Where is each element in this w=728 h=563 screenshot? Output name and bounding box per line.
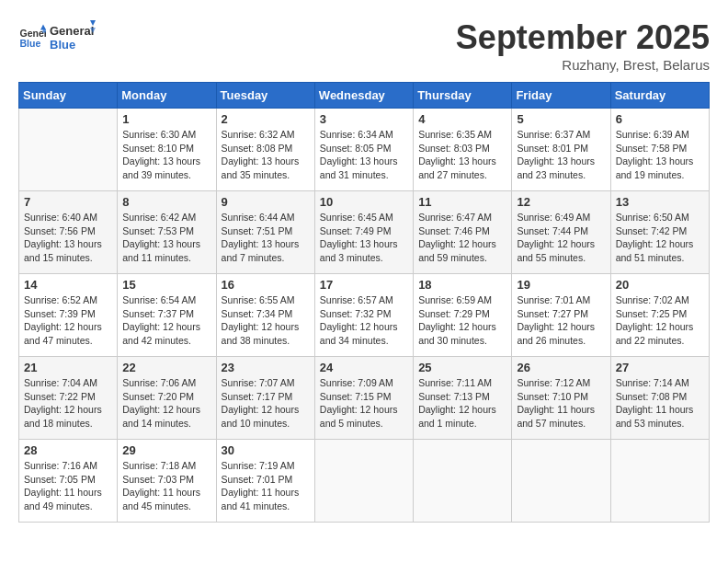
header-row: SundayMondayTuesdayWednesdayThursdayFrid… bbox=[19, 83, 710, 109]
logo: General Blue General Blue bbox=[18, 18, 96, 55]
header-day: Friday bbox=[512, 83, 610, 109]
calendar-cell: 25Sunrise: 7:11 AM Sunset: 7:13 PM Dayli… bbox=[414, 357, 512, 440]
day-info: Sunrise: 7:09 AM Sunset: 7:15 PM Dayligh… bbox=[320, 376, 408, 431]
day-info: Sunrise: 6:57 AM Sunset: 7:32 PM Dayligh… bbox=[320, 293, 408, 348]
calendar-cell: 6Sunrise: 6:39 AM Sunset: 7:58 PM Daylig… bbox=[610, 109, 709, 191]
day-number: 4 bbox=[418, 112, 506, 126]
day-number: 21 bbox=[24, 361, 112, 374]
svg-text:General: General bbox=[50, 24, 94, 38]
day-info: Sunrise: 6:52 AM Sunset: 7:39 PM Dayligh… bbox=[24, 293, 112, 348]
day-info: Sunrise: 6:50 AM Sunset: 7:42 PM Dayligh… bbox=[616, 211, 704, 265]
day-number: 15 bbox=[122, 278, 210, 292]
day-info: Sunrise: 6:39 AM Sunset: 7:58 PM Dayligh… bbox=[616, 128, 704, 182]
day-number: 14 bbox=[24, 278, 112, 292]
calendar-cell bbox=[414, 440, 512, 523]
header-day: Tuesday bbox=[216, 83, 314, 109]
day-info: Sunrise: 7:11 AM Sunset: 7:13 PM Dayligh… bbox=[418, 376, 506, 431]
title-block: September 2025 Ruzhany, Brest, Belarus bbox=[456, 18, 710, 73]
day-info: Sunrise: 6:32 AM Sunset: 8:08 PM Dayligh… bbox=[222, 128, 310, 182]
calendar-cell: 9Sunrise: 6:44 AM Sunset: 7:51 PM Daylig… bbox=[216, 191, 314, 274]
calendar-cell: 26Sunrise: 7:12 AM Sunset: 7:10 PM Dayli… bbox=[512, 357, 610, 440]
day-number: 19 bbox=[517, 278, 605, 292]
day-info: Sunrise: 6:44 AM Sunset: 7:51 PM Dayligh… bbox=[222, 211, 310, 265]
calendar-cell: 3Sunrise: 6:34 AM Sunset: 8:05 PM Daylig… bbox=[314, 109, 413, 191]
header-day: Wednesday bbox=[314, 83, 413, 109]
calendar-cell: 12Sunrise: 6:49 AM Sunset: 7:44 PM Dayli… bbox=[512, 191, 610, 274]
calendar-cell bbox=[314, 440, 413, 523]
calendar-cell bbox=[19, 109, 118, 191]
calendar-cell: 13Sunrise: 6:50 AM Sunset: 7:42 PM Dayli… bbox=[610, 191, 709, 274]
calendar-cell: 10Sunrise: 6:45 AM Sunset: 7:49 PM Dayli… bbox=[314, 191, 413, 274]
day-number: 17 bbox=[320, 278, 408, 292]
month-title: September 2025 bbox=[456, 18, 710, 57]
day-number: 12 bbox=[517, 195, 605, 209]
day-number: 20 bbox=[616, 278, 704, 292]
day-info: Sunrise: 7:06 AM Sunset: 7:20 PM Dayligh… bbox=[122, 376, 210, 431]
calendar-cell bbox=[610, 440, 709, 523]
calendar-cell bbox=[512, 440, 610, 523]
day-number: 5 bbox=[517, 112, 605, 126]
day-number: 11 bbox=[418, 195, 506, 209]
day-info: Sunrise: 7:14 AM Sunset: 7:08 PM Dayligh… bbox=[616, 376, 704, 431]
day-info: Sunrise: 7:12 AM Sunset: 7:10 PM Dayligh… bbox=[517, 376, 605, 431]
day-number: 16 bbox=[222, 278, 310, 292]
day-info: Sunrise: 6:34 AM Sunset: 8:05 PM Dayligh… bbox=[320, 128, 408, 182]
calendar-table: SundayMondayTuesdayWednesdayThursdayFrid… bbox=[18, 82, 710, 523]
calendar-cell: 1Sunrise: 6:30 AM Sunset: 8:10 PM Daylig… bbox=[118, 109, 216, 191]
day-number: 6 bbox=[616, 112, 704, 126]
calendar-cell: 17Sunrise: 6:57 AM Sunset: 7:32 PM Dayli… bbox=[314, 274, 413, 357]
day-info: Sunrise: 7:01 AM Sunset: 7:27 PM Dayligh… bbox=[517, 293, 605, 348]
day-number: 10 bbox=[320, 195, 408, 209]
day-number: 8 bbox=[122, 195, 210, 209]
day-info: Sunrise: 7:16 AM Sunset: 7:05 PM Dayligh… bbox=[24, 459, 112, 513]
day-number: 1 bbox=[122, 112, 210, 126]
day-number: 29 bbox=[122, 443, 210, 457]
header-day: Sunday bbox=[19, 83, 118, 109]
day-info: Sunrise: 6:37 AM Sunset: 8:01 PM Dayligh… bbox=[517, 128, 605, 182]
location: Ruzhany, Brest, Belarus bbox=[456, 57, 710, 73]
calendar-week-row: 28Sunrise: 7:16 AM Sunset: 7:05 PM Dayli… bbox=[19, 440, 710, 523]
day-number: 25 bbox=[418, 361, 506, 374]
day-number: 18 bbox=[418, 278, 506, 292]
calendar-cell: 28Sunrise: 7:16 AM Sunset: 7:05 PM Dayli… bbox=[19, 440, 118, 523]
calendar-cell: 4Sunrise: 6:35 AM Sunset: 8:03 PM Daylig… bbox=[414, 109, 512, 191]
day-info: Sunrise: 6:40 AM Sunset: 7:56 PM Dayligh… bbox=[24, 211, 112, 265]
calendar-cell: 16Sunrise: 6:55 AM Sunset: 7:34 PM Dayli… bbox=[216, 274, 314, 357]
day-number: 23 bbox=[222, 361, 310, 374]
day-info: Sunrise: 6:55 AM Sunset: 7:34 PM Dayligh… bbox=[222, 293, 310, 348]
day-number: 3 bbox=[320, 112, 408, 126]
calendar-cell: 18Sunrise: 6:59 AM Sunset: 7:29 PM Dayli… bbox=[414, 274, 512, 357]
header-day: Monday bbox=[118, 83, 216, 109]
logo-icon: General Blue bbox=[18, 23, 46, 51]
calendar-cell: 7Sunrise: 6:40 AM Sunset: 7:56 PM Daylig… bbox=[19, 191, 118, 274]
day-number: 24 bbox=[320, 361, 408, 374]
calendar-cell: 27Sunrise: 7:14 AM Sunset: 7:08 PM Dayli… bbox=[610, 357, 709, 440]
calendar-cell: 15Sunrise: 6:54 AM Sunset: 7:37 PM Dayli… bbox=[118, 274, 216, 357]
day-info: Sunrise: 7:07 AM Sunset: 7:17 PM Dayligh… bbox=[222, 376, 310, 431]
day-info: Sunrise: 6:35 AM Sunset: 8:03 PM Dayligh… bbox=[418, 128, 506, 182]
day-info: Sunrise: 7:02 AM Sunset: 7:25 PM Dayligh… bbox=[616, 293, 704, 348]
day-number: 9 bbox=[222, 195, 310, 209]
day-info: Sunrise: 6:47 AM Sunset: 7:46 PM Dayligh… bbox=[418, 211, 506, 265]
day-info: Sunrise: 6:59 AM Sunset: 7:29 PM Dayligh… bbox=[418, 293, 506, 348]
day-info: Sunrise: 6:30 AM Sunset: 8:10 PM Dayligh… bbox=[122, 128, 210, 182]
day-number: 30 bbox=[222, 443, 310, 457]
day-info: Sunrise: 7:18 AM Sunset: 7:03 PM Dayligh… bbox=[122, 459, 210, 513]
day-info: Sunrise: 7:04 AM Sunset: 7:22 PM Dayligh… bbox=[24, 376, 112, 431]
day-info: Sunrise: 7:19 AM Sunset: 7:01 PM Dayligh… bbox=[222, 459, 310, 513]
calendar-cell: 29Sunrise: 7:18 AM Sunset: 7:03 PM Dayli… bbox=[118, 440, 216, 523]
calendar-cell: 5Sunrise: 6:37 AM Sunset: 8:01 PM Daylig… bbox=[512, 109, 610, 191]
calendar-cell: 20Sunrise: 7:02 AM Sunset: 7:25 PM Dayli… bbox=[610, 274, 709, 357]
day-number: 13 bbox=[616, 195, 704, 209]
calendar-cell: 19Sunrise: 7:01 AM Sunset: 7:27 PM Dayli… bbox=[512, 274, 610, 357]
calendar-cell: 11Sunrise: 6:47 AM Sunset: 7:46 PM Dayli… bbox=[414, 191, 512, 274]
calendar-cell: 23Sunrise: 7:07 AM Sunset: 7:17 PM Dayli… bbox=[216, 357, 314, 440]
day-number: 27 bbox=[616, 361, 704, 374]
calendar-cell: 21Sunrise: 7:04 AM Sunset: 7:22 PM Dayli… bbox=[19, 357, 118, 440]
logo-svg: General Blue bbox=[50, 18, 96, 55]
calendar-cell: 2Sunrise: 6:32 AM Sunset: 8:08 PM Daylig… bbox=[216, 109, 314, 191]
day-number: 7 bbox=[24, 195, 112, 209]
calendar-cell: 24Sunrise: 7:09 AM Sunset: 7:15 PM Dayli… bbox=[314, 357, 413, 440]
calendar-cell: 8Sunrise: 6:42 AM Sunset: 7:53 PM Daylig… bbox=[118, 191, 216, 274]
page-header: General Blue General Blue September 2025… bbox=[18, 18, 710, 73]
